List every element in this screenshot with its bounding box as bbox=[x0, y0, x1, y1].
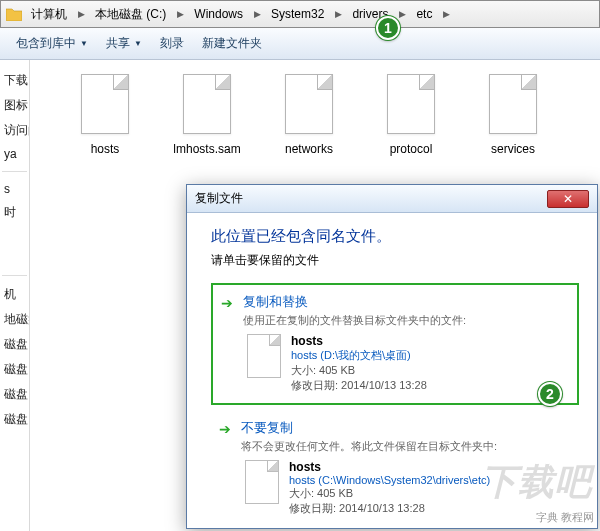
explorer-toolbar: 包含到库中 ▼ 共享 ▼ 刻录 新建文件夹 bbox=[0, 28, 600, 60]
dialog-subline: 请单击要保留的文件 bbox=[211, 252, 579, 269]
burn-button[interactable]: 刻录 bbox=[152, 32, 192, 56]
file-item-services[interactable]: services bbox=[478, 74, 548, 156]
file-item-hosts[interactable]: hosts bbox=[70, 74, 140, 156]
breadcrumb-item-system32[interactable]: System32 bbox=[267, 3, 328, 25]
address-bar[interactable]: 计算机 ▶ 本地磁盘 (C:) ▶ Windows ▶ System32 ▶ d… bbox=[0, 0, 600, 28]
annotation-badge-2: 2 bbox=[538, 382, 562, 406]
breadcrumb-sep-icon: ▶ bbox=[251, 3, 263, 25]
file-modified: 修改日期: 2014/10/13 13:28 bbox=[291, 378, 427, 393]
close-button[interactable]: ✕ bbox=[547, 190, 589, 208]
file-item-protocol[interactable]: protocol bbox=[376, 74, 446, 156]
file-name: protocol bbox=[390, 142, 433, 156]
breadcrumb-item-c[interactable]: 本地磁盘 (C:) bbox=[91, 3, 170, 25]
file-icon bbox=[247, 334, 281, 378]
sidebar-item[interactable]: 地磁盘 (C:) bbox=[2, 307, 27, 332]
file-item-lmhosts[interactable]: lmhosts.sam bbox=[172, 74, 242, 156]
option-copy-replace[interactable]: ➔ 复制和替换 使用正在复制的文件替换目标文件夹中的文件: hosts host… bbox=[211, 283, 579, 405]
option-file-block: hosts hosts (C:\Windows\System32\drivers… bbox=[241, 460, 569, 516]
option-file-block: hosts hosts (D:\我的文档\桌面) 大小: 405 KB 修改日期… bbox=[243, 334, 567, 393]
sidebar-item[interactable]: 下载 bbox=[2, 68, 27, 93]
sidebar-item[interactable]: 机 bbox=[2, 282, 27, 307]
dialog-body: 此位置已经包含同名文件。 请单击要保留的文件 ➔ 复制和替换 使用正在复制的文件… bbox=[187, 213, 597, 528]
file-size: 大小: 405 KB bbox=[289, 486, 490, 501]
sidebar-item[interactable]: 图标 bbox=[2, 93, 27, 118]
new-folder-button[interactable]: 新建文件夹 bbox=[194, 32, 270, 56]
file-name: lmhosts.sam bbox=[173, 142, 240, 156]
file-icon bbox=[245, 460, 279, 504]
arrow-right-icon: ➔ bbox=[221, 295, 233, 311]
file-path: hosts (D:\我的文档\桌面) bbox=[291, 348, 427, 363]
file-modified: 修改日期: 2014/10/13 13:28 bbox=[289, 501, 490, 516]
file-name: services bbox=[491, 142, 535, 156]
breadcrumb-sep-icon: ▶ bbox=[332, 3, 344, 25]
dialog-headline: 此位置已经包含同名文件。 bbox=[211, 227, 579, 246]
toolbar-label: 包含到库中 bbox=[16, 35, 76, 52]
explorer-sidebar[interactable]: 下载 图标 访问的位置 ya s 时 机 地磁盘 (C:) 磁盘 (D:) 磁盘… bbox=[0, 60, 30, 531]
file-item-networks[interactable]: networks bbox=[274, 74, 344, 156]
sidebar-item[interactable]: 磁盘 (E:) bbox=[2, 357, 27, 382]
file-name: networks bbox=[285, 142, 333, 156]
breadcrumb-item-computer[interactable]: 计算机 bbox=[27, 3, 71, 25]
folder-icon bbox=[5, 5, 23, 23]
toolbar-label: 新建文件夹 bbox=[202, 35, 262, 52]
annotation-badge-1: 1 bbox=[376, 16, 400, 40]
file-icon bbox=[489, 74, 537, 134]
sidebar-item[interactable]: 磁盘 (F:) bbox=[2, 382, 27, 407]
dialog-title-text: 复制文件 bbox=[195, 190, 243, 207]
include-in-library-button[interactable]: 包含到库中 ▼ bbox=[8, 32, 96, 56]
option-desc: 将不会更改任何文件。将此文件保留在目标文件夹中: bbox=[241, 439, 569, 454]
close-icon: ✕ bbox=[563, 193, 573, 205]
breadcrumb-item-etc[interactable]: etc bbox=[412, 3, 436, 25]
chevron-down-icon: ▼ bbox=[134, 39, 142, 48]
file-size: 大小: 405 KB bbox=[291, 363, 427, 378]
option-title: 复制和替换 bbox=[243, 293, 567, 311]
sidebar-item[interactable]: ya bbox=[2, 143, 27, 165]
file-name: hosts bbox=[291, 334, 427, 348]
file-icon bbox=[183, 74, 231, 134]
copy-file-dialog: 复制文件 ✕ 此位置已经包含同名文件。 请单击要保留的文件 ➔ 复制和替换 使用… bbox=[186, 184, 598, 529]
sidebar-item[interactable]: s bbox=[2, 178, 27, 200]
breadcrumb-sep-icon: ▶ bbox=[174, 3, 186, 25]
option-dont-copy[interactable]: ➔ 不要复制 将不会更改任何文件。将此文件保留在目标文件夹中: hosts ho… bbox=[211, 411, 579, 526]
breadcrumb-item-windows[interactable]: Windows bbox=[190, 3, 247, 25]
file-grid: hosts lmhosts.sam networks protocol serv… bbox=[38, 74, 592, 156]
file-icon bbox=[387, 74, 435, 134]
toolbar-label: 共享 bbox=[106, 35, 130, 52]
dialog-titlebar[interactable]: 复制文件 ✕ bbox=[187, 185, 597, 213]
sidebar-item[interactable]: 访问的位置 bbox=[2, 118, 27, 143]
file-icon bbox=[81, 74, 129, 134]
sidebar-item[interactable]: 时 bbox=[2, 200, 27, 225]
file-path: hosts (C:\Windows\System32\drivers\etc) bbox=[289, 474, 490, 486]
file-name: hosts bbox=[91, 142, 120, 156]
chevron-down-icon: ▼ bbox=[80, 39, 88, 48]
file-name: hosts bbox=[289, 460, 490, 474]
option-title: 不要复制 bbox=[241, 419, 569, 437]
breadcrumb-sep-icon: ▶ bbox=[440, 3, 452, 25]
sidebar-item[interactable]: 磁盘 (R:) bbox=[2, 407, 27, 432]
sidebar-item[interactable] bbox=[2, 225, 27, 247]
option-desc: 使用正在复制的文件替换目标文件夹中的文件: bbox=[243, 313, 567, 328]
toolbar-label: 刻录 bbox=[160, 35, 184, 52]
sidebar-item[interactable]: 磁盘 (D:) bbox=[2, 332, 27, 357]
sidebar-item[interactable] bbox=[2, 247, 27, 269]
breadcrumb-sep-icon: ▶ bbox=[75, 3, 87, 25]
arrow-right-icon: ➔ bbox=[219, 421, 231, 437]
file-icon bbox=[285, 74, 333, 134]
share-button[interactable]: 共享 ▼ bbox=[98, 32, 150, 56]
